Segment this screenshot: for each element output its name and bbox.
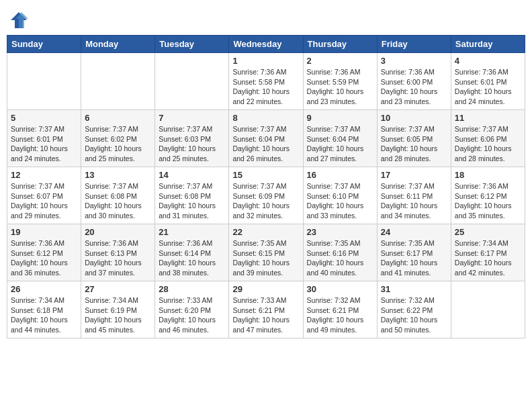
calendar-cell: 17Sunrise: 7:37 AM Sunset: 6:11 PM Dayli…: [377, 167, 451, 224]
calendar-day-header: Friday: [377, 36, 451, 53]
day-number: 23: [307, 227, 373, 237]
day-info: Sunrise: 7:32 AM Sunset: 6:22 PM Dayligh…: [381, 295, 447, 335]
page-header: [7, 7, 525, 30]
calendar-day-header: Monday: [81, 36, 155, 53]
logo: [9, 11, 31, 30]
calendar-cell: 20Sunrise: 7:36 AM Sunset: 6:13 PM Dayli…: [81, 224, 155, 281]
day-number: 4: [455, 56, 521, 66]
day-number: 11: [455, 113, 521, 123]
calendar-cell: 3Sunrise: 7:36 AM Sunset: 6:00 PM Daylig…: [377, 53, 451, 110]
day-info: Sunrise: 7:36 AM Sunset: 6:00 PM Dayligh…: [381, 67, 447, 107]
day-number: 30: [307, 284, 373, 294]
day-number: 20: [85, 227, 151, 237]
day-info: Sunrise: 7:34 AM Sunset: 6:17 PM Dayligh…: [455, 238, 521, 278]
day-number: 12: [11, 170, 77, 180]
day-number: 2: [307, 56, 373, 66]
calendar-cell: 30Sunrise: 7:32 AM Sunset: 6:21 PM Dayli…: [303, 281, 377, 338]
calendar-day-header: Thursday: [303, 36, 377, 53]
day-info: Sunrise: 7:36 AM Sunset: 5:58 PM Dayligh…: [232, 67, 299, 107]
day-number: 29: [232, 284, 299, 294]
day-info: Sunrise: 7:37 AM Sunset: 6:10 PM Dayligh…: [307, 181, 373, 221]
day-number: 5: [11, 113, 77, 123]
calendar-cell: 1Sunrise: 7:36 AM Sunset: 5:58 PM Daylig…: [229, 53, 303, 110]
calendar-cell: [155, 53, 229, 110]
calendar-cell: [7, 53, 81, 110]
day-info: Sunrise: 7:36 AM Sunset: 6:14 PM Dayligh…: [159, 238, 225, 278]
calendar-cell: 29Sunrise: 7:33 AM Sunset: 6:21 PM Dayli…: [229, 281, 303, 338]
calendar-week-row: 1Sunrise: 7:36 AM Sunset: 5:58 PM Daylig…: [7, 53, 525, 110]
day-number: 14: [159, 170, 225, 180]
day-info: Sunrise: 7:32 AM Sunset: 6:21 PM Dayligh…: [307, 295, 373, 335]
calendar-day-header: Tuesday: [155, 36, 229, 53]
calendar-cell: 15Sunrise: 7:37 AM Sunset: 6:09 PM Dayli…: [229, 167, 303, 224]
day-info: Sunrise: 7:37 AM Sunset: 6:05 PM Dayligh…: [381, 124, 447, 164]
calendar-week-row: 26Sunrise: 7:34 AM Sunset: 6:18 PM Dayli…: [7, 281, 525, 338]
day-number: 28: [159, 284, 225, 294]
day-number: 22: [232, 227, 299, 237]
day-number: 7: [159, 113, 225, 123]
calendar-cell: 9Sunrise: 7:37 AM Sunset: 6:04 PM Daylig…: [303, 110, 377, 167]
day-info: Sunrise: 7:37 AM Sunset: 6:03 PM Dayligh…: [159, 124, 225, 164]
calendar-header-row: SundayMondayTuesdayWednesdayThursdayFrid…: [7, 36, 525, 53]
day-info: Sunrise: 7:37 AM Sunset: 6:02 PM Dayligh…: [85, 124, 151, 164]
day-number: 13: [85, 170, 151, 180]
day-number: 21: [159, 227, 225, 237]
calendar-table: SundayMondayTuesdayWednesdayThursdayFrid…: [7, 35, 525, 338]
day-info: Sunrise: 7:36 AM Sunset: 5:59 PM Dayligh…: [307, 67, 373, 107]
calendar-cell: [451, 281, 525, 338]
day-info: Sunrise: 7:37 AM Sunset: 6:06 PM Dayligh…: [455, 124, 521, 164]
calendar-day-header: Saturday: [451, 36, 525, 53]
day-number: 31: [381, 284, 447, 294]
day-number: 25: [455, 227, 521, 237]
day-info: Sunrise: 7:37 AM Sunset: 6:07 PM Dayligh…: [11, 181, 77, 221]
calendar-week-row: 12Sunrise: 7:37 AM Sunset: 6:07 PM Dayli…: [7, 167, 525, 224]
day-info: Sunrise: 7:35 AM Sunset: 6:17 PM Dayligh…: [381, 238, 447, 278]
calendar-day-header: Sunday: [7, 36, 81, 53]
calendar-cell: 14Sunrise: 7:37 AM Sunset: 6:08 PM Dayli…: [155, 167, 229, 224]
day-number: 10: [381, 113, 447, 123]
day-number: 16: [307, 170, 373, 180]
calendar-day-header: Wednesday: [229, 36, 303, 53]
day-info: Sunrise: 7:33 AM Sunset: 6:20 PM Dayligh…: [159, 295, 225, 335]
day-number: 3: [381, 56, 447, 66]
calendar-cell: 28Sunrise: 7:33 AM Sunset: 6:20 PM Dayli…: [155, 281, 229, 338]
day-info: Sunrise: 7:35 AM Sunset: 6:16 PM Dayligh…: [307, 238, 373, 278]
calendar-cell: 8Sunrise: 7:37 AM Sunset: 6:04 PM Daylig…: [229, 110, 303, 167]
calendar-cell: 11Sunrise: 7:37 AM Sunset: 6:06 PM Dayli…: [451, 110, 525, 167]
day-info: Sunrise: 7:37 AM Sunset: 6:01 PM Dayligh…: [11, 124, 77, 164]
calendar-cell: 10Sunrise: 7:37 AM Sunset: 6:05 PM Dayli…: [377, 110, 451, 167]
calendar-cell: 18Sunrise: 7:36 AM Sunset: 6:12 PM Dayli…: [451, 167, 525, 224]
day-number: 6: [85, 113, 151, 123]
calendar-cell: 27Sunrise: 7:34 AM Sunset: 6:19 PM Dayli…: [81, 281, 155, 338]
day-number: 24: [381, 227, 447, 237]
day-number: 18: [455, 170, 521, 180]
day-number: 17: [381, 170, 447, 180]
calendar-cell: 24Sunrise: 7:35 AM Sunset: 6:17 PM Dayli…: [377, 224, 451, 281]
calendar-cell: 7Sunrise: 7:37 AM Sunset: 6:03 PM Daylig…: [155, 110, 229, 167]
calendar-cell: 31Sunrise: 7:32 AM Sunset: 6:22 PM Dayli…: [377, 281, 451, 338]
day-info: Sunrise: 7:36 AM Sunset: 6:13 PM Dayligh…: [85, 238, 151, 278]
calendar-cell: 23Sunrise: 7:35 AM Sunset: 6:16 PM Dayli…: [303, 224, 377, 281]
calendar-cell: 13Sunrise: 7:37 AM Sunset: 6:08 PM Dayli…: [81, 167, 155, 224]
calendar-week-row: 5Sunrise: 7:37 AM Sunset: 6:01 PM Daylig…: [7, 110, 525, 167]
day-info: Sunrise: 7:36 AM Sunset: 6:01 PM Dayligh…: [455, 67, 521, 107]
day-number: 8: [232, 113, 299, 123]
day-info: Sunrise: 7:37 AM Sunset: 6:11 PM Dayligh…: [381, 181, 447, 221]
day-info: Sunrise: 7:36 AM Sunset: 6:12 PM Dayligh…: [455, 181, 521, 221]
calendar-cell: 5Sunrise: 7:37 AM Sunset: 6:01 PM Daylig…: [7, 110, 81, 167]
calendar-cell: 16Sunrise: 7:37 AM Sunset: 6:10 PM Dayli…: [303, 167, 377, 224]
day-info: Sunrise: 7:37 AM Sunset: 6:04 PM Dayligh…: [307, 124, 373, 164]
calendar-cell: 22Sunrise: 7:35 AM Sunset: 6:15 PM Dayli…: [229, 224, 303, 281]
calendar-cell: 21Sunrise: 7:36 AM Sunset: 6:14 PM Dayli…: [155, 224, 229, 281]
calendar-cell: 12Sunrise: 7:37 AM Sunset: 6:07 PM Dayli…: [7, 167, 81, 224]
day-number: 9: [307, 113, 373, 123]
day-info: Sunrise: 7:37 AM Sunset: 6:04 PM Dayligh…: [232, 124, 299, 164]
day-info: Sunrise: 7:33 AM Sunset: 6:21 PM Dayligh…: [232, 295, 299, 335]
calendar-cell: 4Sunrise: 7:36 AM Sunset: 6:01 PM Daylig…: [451, 53, 525, 110]
calendar-cell: 6Sunrise: 7:37 AM Sunset: 6:02 PM Daylig…: [81, 110, 155, 167]
calendar-cell: 2Sunrise: 7:36 AM Sunset: 5:59 PM Daylig…: [303, 53, 377, 110]
day-number: 26: [11, 284, 77, 294]
day-number: 1: [232, 56, 299, 66]
day-info: Sunrise: 7:34 AM Sunset: 6:18 PM Dayligh…: [11, 295, 77, 335]
day-number: 27: [85, 284, 151, 294]
